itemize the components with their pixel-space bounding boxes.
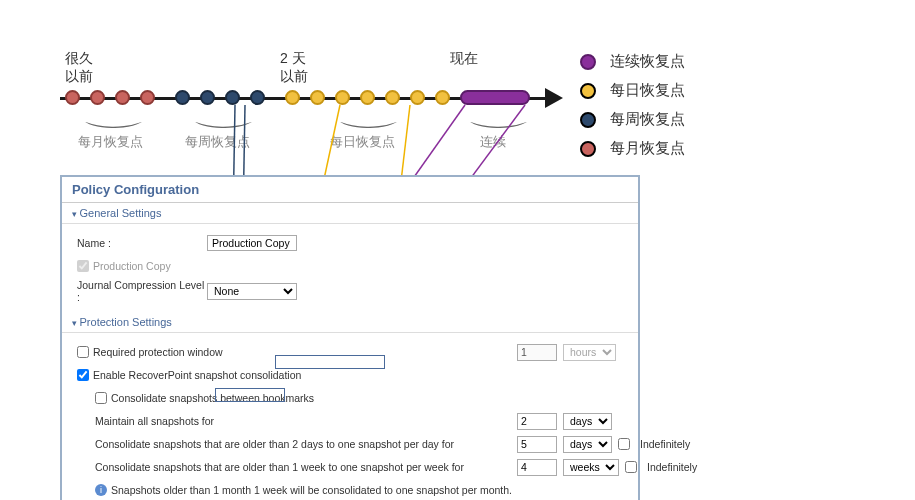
brace-label: 每周恢复点 xyxy=(185,133,250,151)
legend-item: 每周恢复点 xyxy=(580,110,685,129)
older-2days-unit[interactable]: days xyxy=(563,436,612,453)
general-body: Name : Production Copy Journal Compressi… xyxy=(62,224,638,312)
highlight-1month xyxy=(215,388,285,402)
legend: 连续恢复点 每日恢复点 每周恢复点 每月恢复点 xyxy=(580,52,685,168)
section-general[interactable]: General Settings xyxy=(62,203,638,224)
enable-consolidation-label: Enable RecoverPoint snapshot consolidati… xyxy=(93,369,301,381)
indef-label: Indefinitely xyxy=(640,438,690,450)
name-label: Name : xyxy=(77,237,207,249)
legend-label: 连续恢复点 xyxy=(610,52,685,71)
brace-label: 每月恢复点 xyxy=(78,133,143,151)
info-icon: i xyxy=(95,484,107,496)
required-window-unit: hours xyxy=(563,344,616,361)
compression-label: Journal Compression Level : xyxy=(77,279,207,303)
indef-checkbox-1[interactable] xyxy=(618,438,630,450)
daily-point xyxy=(360,90,375,105)
label-long-ago: 很久 以前 xyxy=(65,50,93,86)
weekly-point xyxy=(250,90,265,105)
daily-point xyxy=(410,90,425,105)
weekly-point xyxy=(200,90,215,105)
daily-point xyxy=(335,90,350,105)
weekly-point xyxy=(175,90,190,105)
production-copy-label: Production Copy xyxy=(93,260,171,272)
brace-label: 每日恢复点 xyxy=(330,133,395,151)
monthly-point xyxy=(65,90,80,105)
maintain-label: Maintain all snapshots for xyxy=(95,415,214,427)
daily-point xyxy=(435,90,450,105)
continuous-segment xyxy=(460,90,530,105)
older-1week-label: Consolidate snapshots that are older tha… xyxy=(95,461,464,473)
maintain-unit[interactable]: days xyxy=(563,413,612,430)
daily-point xyxy=(285,90,300,105)
compression-select[interactable]: None xyxy=(207,283,297,300)
legend-dot-icon xyxy=(580,83,596,99)
legend-label: 每月恢复点 xyxy=(610,139,685,158)
monthly-point xyxy=(90,90,105,105)
legend-label: 每日恢复点 xyxy=(610,81,685,100)
older-2days-label: Consolidate snapshots that are older tha… xyxy=(95,438,454,450)
legend-dot-icon xyxy=(580,112,596,128)
label-2-days: 2 天 以前 xyxy=(280,50,308,86)
weekly-point xyxy=(225,90,240,105)
policy-panel: Policy Configuration General Settings Na… xyxy=(60,175,640,500)
label-now: 现在 xyxy=(450,50,478,68)
legend-dot-icon xyxy=(580,141,596,157)
required-window-number xyxy=(517,344,557,361)
indef-label: Indefinitely xyxy=(647,461,697,473)
panel-title: Policy Configuration xyxy=(62,177,638,203)
legend-item: 每日恢复点 xyxy=(580,81,685,100)
older-1week-number[interactable] xyxy=(517,459,557,476)
older-2days-number[interactable] xyxy=(517,436,557,453)
older-1week-unit[interactable]: weeks xyxy=(563,459,619,476)
daily-point xyxy=(385,90,400,105)
section-protection[interactable]: Protection Settings xyxy=(62,312,638,333)
required-window-checkbox[interactable] xyxy=(77,346,89,358)
brace-label: 连续 xyxy=(480,133,506,151)
maintain-number[interactable] xyxy=(517,413,557,430)
highlight-2days xyxy=(275,355,385,369)
legend-item: 连续恢复点 xyxy=(580,52,685,71)
legend-label: 每周恢复点 xyxy=(610,110,685,129)
required-window-label: Required protection window xyxy=(93,346,223,358)
enable-consolidation-checkbox[interactable] xyxy=(77,369,89,381)
info-text: Snapshots older than 1 month 1 week will… xyxy=(111,484,512,496)
indef-checkbox-2[interactable] xyxy=(625,461,637,473)
monthly-point xyxy=(140,90,155,105)
legend-dot-icon xyxy=(580,54,596,70)
between-bookmarks-checkbox[interactable] xyxy=(95,392,107,404)
monthly-point xyxy=(115,90,130,105)
production-copy-checkbox xyxy=(77,260,89,272)
daily-point xyxy=(310,90,325,105)
name-input[interactable] xyxy=(207,235,297,251)
timeline: 很久 以前 2 天 以前 现在 ︶ ︶ ︶ ︶ 每月恢复点 每周恢复点 每日恢复… xyxy=(60,55,600,155)
legend-item: 每月恢复点 xyxy=(580,139,685,158)
